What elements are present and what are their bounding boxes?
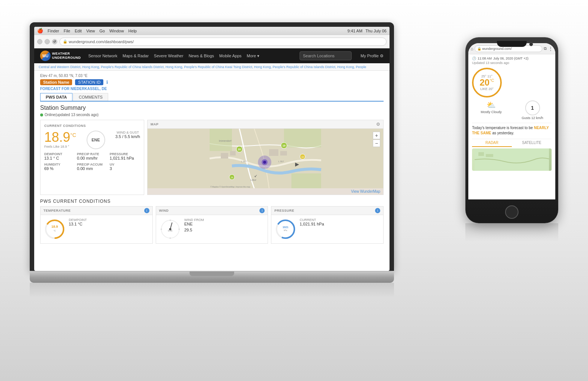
url-text: wunderground.com/dashboard/pws/ [69, 39, 134, 44]
phone-tabs-icon[interactable]: ⧉ [544, 46, 547, 51]
apple-logo-icon: 🍎 [37, 28, 43, 33]
wind-compass: ENE [87, 131, 105, 149]
pws-temp-info-icon[interactable]: i [144, 208, 149, 213]
phone-radar-tabs: RADAR SATELLITE [472, 139, 552, 147]
svg-rect-3 [291, 173, 321, 188]
wu-header: WU WEATHER UNDERGROUND Sensor Network Ma… [34, 48, 390, 63]
phone-condition-wind: 1 Gusts 12 km/h [513, 100, 552, 120]
wu-nav: Sensor Network Maps & Radar Severe Weath… [88, 54, 259, 58]
phone-temp-unit: °C [490, 78, 494, 83]
map-title-bar: MAP ⚙ [148, 120, 383, 129]
station-summary-title: Station Summary [40, 105, 384, 111]
pws-pressure-title: PRESSURE [274, 209, 294, 212]
finder-menu[interactable]: Finder [48, 29, 59, 33]
phone-menu-icon[interactable]: ⋮ [548, 46, 553, 51]
window-menu[interactable]: Window [109, 29, 124, 33]
phone-content: 🕐 11:08 AM July 06, 2020 (GMT +2) Update… [468, 54, 555, 173]
phone-home-icon[interactable]: ⌂ [471, 46, 473, 51]
lock-icon: 🔒 [63, 39, 67, 44]
dewpoint-label: DEWPOINT [44, 152, 75, 156]
nav-maps-radar[interactable]: Maps & Radar [123, 54, 149, 58]
pws-temp-header: TEMPERATURE i [41, 206, 152, 215]
station-id-box: STATION ID [75, 79, 103, 85]
map-zoom-in[interactable]: + [373, 132, 380, 139]
svg-text:↙: ↙ [254, 174, 257, 178]
dewpoint-value: 13.1 ° C [44, 156, 75, 160]
svg-point-32 [178, 228, 180, 230]
wind-direction-text: ENE [91, 138, 100, 142]
pressure-current-value: 1,021.91 hPa [300, 222, 380, 226]
go-menu[interactable]: Go [100, 29, 105, 33]
pws-wind-info-icon[interactable]: i [259, 208, 265, 213]
feels-like: Feels Like 18.9 ° [44, 145, 76, 148]
forecast-for: FORECAST FOR NIEDERKASSEL, DE [40, 87, 384, 91]
forward-button[interactable] [45, 39, 50, 44]
big-temperature: 18.9 [44, 131, 70, 144]
pws-temperature-panel: TEMPERATURE i 18.9 °C [40, 206, 153, 244]
svg-text:20: 20 [238, 148, 241, 151]
view-wundermap-link[interactable]: View WunderMap [148, 188, 383, 195]
wu-logo-circle: WU [40, 51, 51, 61]
nav-mobile-apps[interactable]: Mobile Apps [219, 54, 242, 58]
phone-condition-cloudy: ⛅ Mostly Cloudy [472, 100, 510, 120]
phone-tab-satellite[interactable]: SATELLITE [512, 139, 552, 147]
temp-wind-row: 18.9 °C Feels Like 18.9 ° ENE WIND & [44, 131, 140, 149]
tab-pws-data[interactable]: PWS DATA [40, 93, 72, 101]
laptop-screen-outer: 🍎 Finder File Edit View Go Window Help 9… [30, 22, 394, 271]
wu-search-box[interactable]: Search Locations [300, 51, 352, 60]
phone-reflection [465, 223, 558, 242]
map-zoom-out[interactable]: − [373, 140, 380, 147]
pressure-label: PRESSURE [110, 152, 140, 156]
mac-menubar-right: 9:41 AM Thu July 06 [348, 29, 387, 33]
view-menu[interactable]: View [86, 29, 95, 33]
map-controls: + − [373, 132, 380, 147]
address-bar[interactable]: 🔒 wunderground.com/dashboard/pws/ [59, 38, 387, 46]
edit-menu[interactable]: Edit [75, 29, 82, 33]
svg-text:°C: °C [54, 230, 56, 232]
svg-rect-5 [230, 151, 236, 156]
map-area[interactable]: 20 19 19 19 ▶ ↙ [148, 129, 383, 188]
svg-rect-43 [478, 152, 484, 156]
wu-brand: WEATHER UNDERGROUND [52, 52, 81, 60]
svg-point-31 [169, 220, 171, 221]
dewpoint-sub-value: 13.1 °C [69, 222, 149, 226]
phone-time-row: 🕐 11:08 AM July 06, 2020 (GMT +2) [472, 57, 552, 60]
wind-gust-label: WIND & GUST [115, 131, 140, 134]
pws-pressure-sub: CURRENT 1,021.91 hPa [300, 218, 380, 240]
phone-home-button[interactable] [505, 205, 518, 219]
back-button[interactable] [37, 39, 42, 44]
map-settings-icon[interactable]: ⚙ [376, 122, 380, 127]
svg-text:L 557: L 557 [278, 160, 284, 163]
phone-tab-radar[interactable]: RADAR [472, 139, 512, 147]
pws-section-title: PWS CURRENT CONDITIONS [40, 199, 384, 204]
phone-body: ⌂ 🔒 wunderground.com/ ⧉ ⋮ 🕐 11:08 AM Jul… [465, 37, 558, 223]
map-title: MAP [151, 122, 159, 126]
svg-text:19: 19 [231, 176, 233, 179]
help-menu[interactable]: Help [128, 29, 137, 33]
nav-more[interactable]: More ▾ [247, 54, 259, 58]
nav-news-blogs[interactable]: News & Blogs [188, 54, 214, 58]
humidity-value: 69 % [44, 166, 75, 171]
wind-from-label: WIND FROM [184, 218, 265, 222]
pws-wind-panel: WIND i [156, 206, 268, 244]
wu-profile[interactable]: My Profile ⚙ [361, 54, 384, 58]
file-menu[interactable]: File [64, 29, 70, 33]
refresh-button[interactable]: ↺ [52, 39, 57, 44]
station-info-icon[interactable]: ℹ [106, 80, 108, 85]
wind-speed-value: 29.5 [184, 228, 265, 232]
pws-pressure-info-icon[interactable]: i [375, 208, 380, 213]
wu-brand-line1: WEATHER [52, 52, 81, 56]
pws-wind-content: ENE WIND FROM ENE 29.5 [156, 215, 268, 243]
phone-time-text: 11:08 AM [478, 57, 492, 60]
svg-text:© Mapbox © OpenStreetMap | Imp: © Mapbox © OpenStreetMap | Improve this … [210, 186, 250, 188]
online-status: Online(updated 13 seconds ago) [40, 113, 384, 117]
current-conditions-panel: CURRENT CONDITIONS 18.9 °C Feels Like 18… [40, 120, 144, 195]
tab-comments[interactable]: COMMENTS [73, 93, 108, 101]
nav-severe-weather[interactable]: Severe Weather [154, 54, 183, 58]
elevation-text: Elev 47 m, 50.83 °N, 7.03 °E [40, 74, 384, 78]
nav-sensor-network[interactable]: Sensor Network [88, 54, 117, 58]
svg-point-34 [161, 228, 162, 230]
clock-icon: 🕐 [472, 57, 476, 60]
svg-rect-7 [280, 151, 287, 156]
mac-time: 9:41 AM [348, 29, 362, 33]
